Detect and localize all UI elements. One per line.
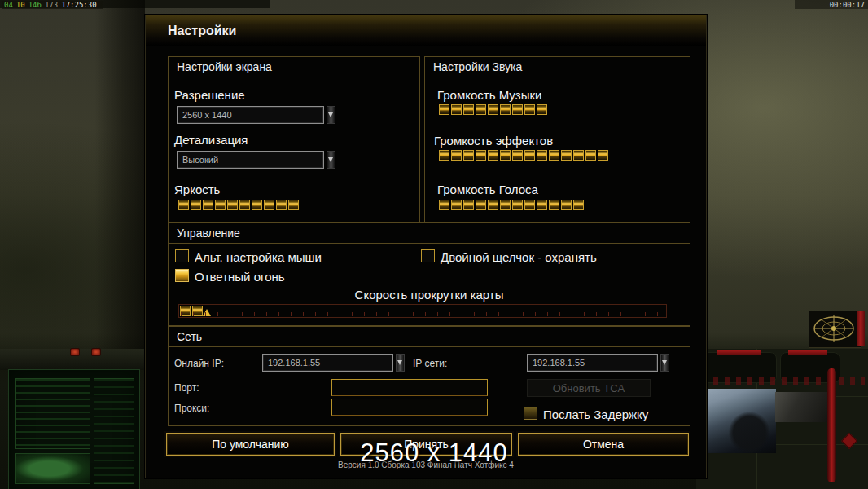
screen-settings-header: Настройки экрана — [169, 57, 419, 77]
compass-icon — [809, 311, 859, 346]
controls-group: Управление Альт. настройка мыши Двойной … — [168, 222, 690, 326]
unit-thumbnail-image — [775, 392, 827, 422]
red-indicator-light — [70, 348, 80, 356]
brightness-label: Яркость — [174, 183, 220, 196]
proxy-label: Прокси: — [174, 403, 209, 414]
send-delay-checkbox[interactable] — [524, 407, 537, 420]
brightness-slider[interactable] — [178, 200, 299, 211]
return-fire-label: Ответный огонь — [195, 270, 285, 284]
dialog-title: Настройки — [146, 15, 706, 46]
osd-value: 146 — [28, 1, 42, 9]
music-volume-slider[interactable] — [439, 104, 547, 116]
port-input[interactable] — [331, 379, 488, 396]
game-timer: 00:00:17 — [830, 1, 865, 9]
lan-ip-label: IP сети: — [413, 358, 447, 369]
sound-settings-header: Настройки Звука — [425, 57, 690, 77]
detail-dropdown[interactable]: Высокий — [177, 151, 324, 169]
resolution-dropdown-arrow-icon[interactable] — [327, 106, 335, 124]
online-ip-dropdown[interactable]: 192.168.1.55 — [262, 354, 393, 372]
network-group: Сеть Онлайн IP: 192.168.1.55 IP сети: 19… — [168, 326, 690, 426]
network-header: Сеть — [169, 327, 690, 347]
red-indicator-light — [91, 348, 101, 356]
send-delay-label: Послать Задержку — [543, 408, 648, 421]
osd-value: 10 — [16, 1, 25, 9]
alt-mouse-label: Альт. настройка мыши — [195, 250, 322, 264]
voice-volume-slider[interactable] — [439, 200, 584, 211]
voice-volume-label: Громкость Голоса — [437, 183, 538, 196]
resolution-overlay-text: 2560 x 1440 — [0, 438, 868, 468]
red-accent-strip — [857, 311, 865, 346]
osd-value: 04 — [4, 1, 13, 9]
scroll-speed-slider[interactable] — [178, 304, 667, 318]
detail-label: Детализация — [174, 133, 248, 147]
double-click-guard-checkbox[interactable] — [421, 249, 435, 262]
compass-emblem — [809, 311, 861, 348]
port-label: Порт: — [174, 382, 199, 394]
return-fire-checkbox[interactable] — [175, 269, 189, 282]
music-volume-label: Громкость Музыки — [437, 88, 541, 102]
detail-dropdown-arrow-icon[interactable] — [327, 151, 335, 169]
osd-clock: 17:25:30 — [61, 1, 96, 9]
lan-ip-dropdown-arrow-icon[interactable] — [660, 354, 669, 372]
game-screen: 041014617317:25:30 00:00:17 Настройки На… — [0, 0, 868, 489]
red-accent-bar — [717, 350, 761, 355]
stats-osd: 041014617317:25:30 — [2, 1, 103, 9]
effects-volume-slider[interactable] — [439, 150, 608, 161]
refresh-tca-button[interactable]: Обновить TCA — [527, 379, 651, 397]
proxy-input[interactable] — [331, 399, 488, 416]
controls-header: Управление — [169, 223, 690, 244]
alt-mouse-checkbox[interactable] — [175, 249, 189, 262]
scroll-speed-label: Скорость прокрутки карты — [169, 288, 690, 302]
double-click-guard-label: Двойной щелчок - охранять — [441, 250, 597, 264]
screen-settings-group: Настройки экрана Разрешение 2560 x 1440 … — [168, 56, 420, 222]
background-terminal-screen — [8, 369, 140, 489]
effects-volume-label: Громкость эффектов — [434, 134, 553, 148]
dialog-titlebar: Настройки — [146, 15, 706, 46]
osd-value: 173 — [45, 1, 58, 9]
sound-settings-group: Настройки Звука Громкость Музыки Громкос… — [424, 56, 690, 222]
resolution-dropdown[interactable]: 2560 x 1440 — [177, 106, 324, 124]
red-accent-bar — [788, 350, 827, 355]
online-ip-label: Онлайн IP: — [174, 358, 224, 369]
lan-ip-dropdown[interactable]: 192.168.1.55 — [527, 354, 658, 372]
settings-dialog: Настройки Настройки экрана Разрешение 25… — [145, 15, 707, 478]
background-shadow — [94, 0, 145, 350]
online-ip-dropdown-arrow-icon[interactable] — [396, 354, 405, 372]
resolution-label: Разрешение — [174, 88, 245, 102]
led-digits-row — [702, 377, 865, 385]
